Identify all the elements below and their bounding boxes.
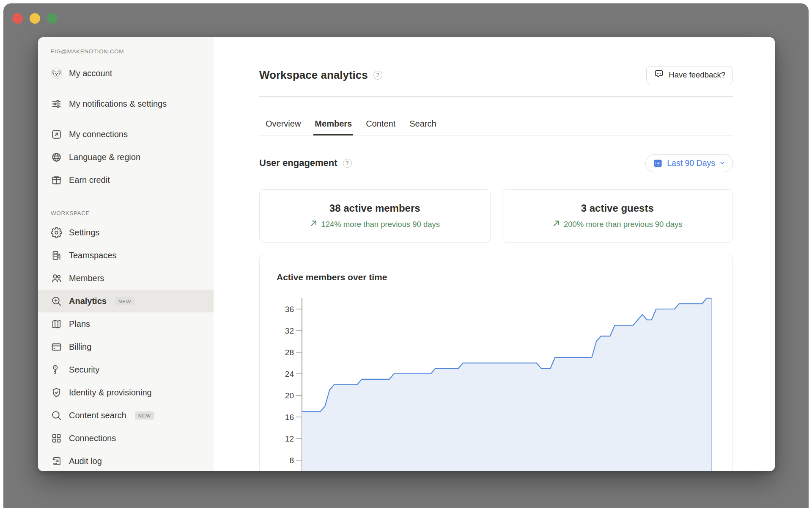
user-engagement-title: User engagement <box>259 157 337 168</box>
key-icon <box>51 364 62 375</box>
window-controls <box>12 13 58 24</box>
zoom-button[interactable] <box>47 13 58 24</box>
sidebar-item-analytics[interactable]: AnalyticsNEW <box>38 290 214 312</box>
arrow-out-icon <box>51 129 62 140</box>
active-members-chart-card: Active members over time 363228242016128 <box>259 255 733 471</box>
help-icon[interactable]: ? <box>343 159 352 168</box>
tab-members[interactable]: Members <box>313 119 353 135</box>
sidebar-item-audit-log[interactable]: Audit log <box>38 450 214 471</box>
sidebar-item-label: Audit log <box>69 456 102 467</box>
main-content: Workspace analytics ? Have feedback? Ove… <box>214 37 775 471</box>
sidebar-account-list: My accountMy notifications & settingsMy … <box>38 62 214 191</box>
sidebar-item-label: Content search <box>69 410 126 421</box>
sliders-icon <box>51 98 62 110</box>
active-members-card: 38 active members 124% more than previou… <box>259 189 491 243</box>
minimize-button[interactable] <box>30 13 40 24</box>
sidebar-item-label: Members <box>69 273 104 284</box>
sidebar-item-content-search[interactable]: Content searchNEW <box>38 404 214 427</box>
sidebar-item-label: Identity & provisioning <box>69 387 152 398</box>
svg-text:32: 32 <box>285 326 294 335</box>
sidebar-item-settings[interactable]: Settings <box>38 221 214 244</box>
have-feedback-button[interactable]: Have feedback? <box>646 66 733 84</box>
shield-check-icon <box>51 387 62 398</box>
new-badge: NEW <box>135 411 154 420</box>
sidebar-item-label: My notifications & settings <box>69 98 167 109</box>
svg-text:36: 36 <box>285 305 294 314</box>
speech-bubble-icon <box>654 69 664 81</box>
sidebar-item-label: My connections <box>69 129 128 140</box>
active-guests-card: 3 active guests 200% more than previous … <box>502 189 733 243</box>
desktop-background: FIG@MAKENOTION.COM My accountMy notifica… <box>3 3 809 508</box>
engagement-header-row: User engagement ? Last 90 Days <box>259 154 733 172</box>
magnifier-icon <box>51 410 62 421</box>
people-icon <box>51 273 62 284</box>
sidebar-item-my-account[interactable]: My account <box>38 62 214 85</box>
header-divider <box>259 96 733 97</box>
tab-overview[interactable]: Overview <box>264 119 302 135</box>
delta-text: 200% more than previous 90 days <box>564 220 683 229</box>
sidebar-item-connections[interactable]: Connections <box>38 427 214 450</box>
sidebar-item-my-connections[interactable]: My connections <box>38 123 214 146</box>
calendar-icon <box>653 158 663 168</box>
title-wrap: Workspace analytics ? <box>259 69 382 82</box>
date-range-filter[interactable]: Last 90 Days <box>645 154 733 172</box>
gift-icon <box>51 174 62 186</box>
sidebar-item-language-region[interactable]: Language & region <box>38 146 214 168</box>
sidebar-item-label: Plans <box>69 318 90 329</box>
chart-title: Active members over time <box>277 272 387 282</box>
map-icon <box>51 318 62 330</box>
new-badge: NEW <box>115 297 134 305</box>
sidebar-item-members[interactable]: Members <box>38 267 214 290</box>
members-chart: 363228242016128 <box>276 295 717 471</box>
sidebar-item-label: Security <box>69 364 99 375</box>
delta-text: 124% more than previous 90 days <box>321 220 440 229</box>
active-members-delta: 124% more than previous 90 days <box>310 219 440 229</box>
scroll-icon <box>51 456 62 467</box>
sidebar-item-identity-provisioning[interactable]: Identity & provisioning <box>38 381 214 404</box>
koala-avatar-icon <box>51 68 62 79</box>
analytics-tabs: OverviewMembersContentSearch <box>259 113 733 136</box>
grid-icon <box>51 433 62 444</box>
sidebar-item-label: Settings <box>69 227 99 238</box>
building-icon <box>51 250 62 261</box>
date-range-label: Last 90 Days <box>667 158 715 168</box>
svg-text:20: 20 <box>285 391 294 400</box>
page-title: Workspace analytics <box>259 69 368 82</box>
main-header: Workspace analytics ? Have feedback? <box>259 66 733 84</box>
account-email: FIG@MAKENOTION.COM <box>51 48 214 55</box>
help-icon[interactable]: ? <box>373 71 382 80</box>
sidebar-item-label: Teamspaces <box>69 250 116 261</box>
sidebar-item-label: Billing <box>69 341 91 352</box>
sidebar-item-plans[interactable]: Plans <box>38 312 214 335</box>
sidebar-item-label: Analytics <box>69 295 107 306</box>
sidebar-item-label: Connections <box>69 433 116 444</box>
active-members-value: 38 active members <box>329 202 420 214</box>
have-feedback-label: Have feedback? <box>669 70 725 80</box>
chevron-down-icon <box>719 160 726 166</box>
trend-up-icon <box>552 219 560 229</box>
sidebar-workspace-list: SettingsTeamspacesMembersAnalyticsNEWPla… <box>38 221 214 471</box>
svg-text:24: 24 <box>285 370 294 378</box>
svg-text:8: 8 <box>289 456 294 465</box>
tab-search[interactable]: Search <box>408 119 437 135</box>
sidebar-item-label: Earn credit <box>69 174 110 185</box>
settings-window: FIG@MAKENOTION.COM My accountMy notifica… <box>38 37 775 471</box>
gear-icon <box>51 227 62 238</box>
sidebar-item-label: Language & region <box>69 152 140 163</box>
svg-text:12: 12 <box>285 434 294 443</box>
svg-text:28: 28 <box>285 348 294 357</box>
active-guests-value: 3 active guests <box>581 202 654 214</box>
stat-cards: 38 active members 124% more than previou… <box>259 189 733 243</box>
sidebar-item-billing[interactable]: Billing <box>38 335 214 358</box>
workspace-section-heading: WORKSPACE <box>51 210 214 217</box>
sidebar-item-my-notifications-settings[interactable]: My notifications & settings <box>38 85 214 123</box>
sidebar-item-earn-credit[interactable]: Earn credit <box>38 168 214 191</box>
magnifier-sparkle-icon <box>51 295 62 307</box>
sidebar-item-security[interactable]: Security <box>38 358 214 381</box>
sidebar-item-teamspaces[interactable]: Teamspaces <box>38 244 214 267</box>
close-button[interactable] <box>12 13 23 24</box>
tab-content[interactable]: Content <box>365 119 397 135</box>
engagement-title-wrap: User engagement ? <box>259 157 352 168</box>
active-guests-delta: 200% more than previous 90 days <box>552 219 683 229</box>
settings-sidebar: FIG@MAKENOTION.COM My accountMy notifica… <box>38 37 214 471</box>
